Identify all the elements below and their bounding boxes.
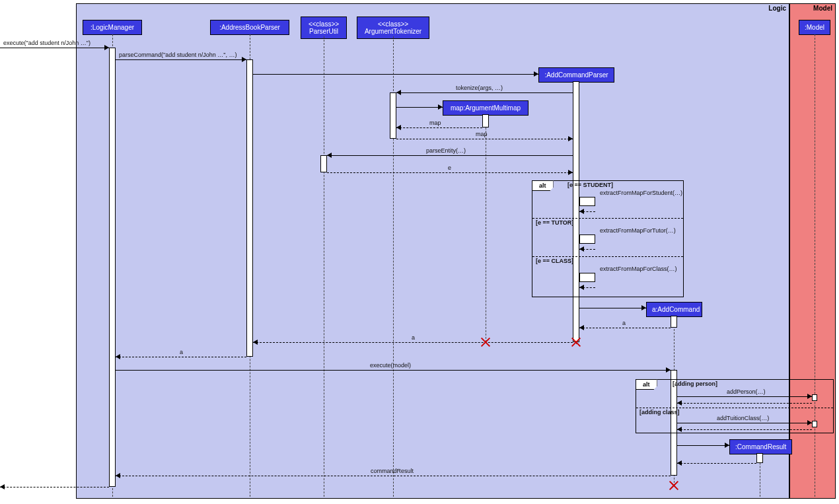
arrow-create-addcmd	[579, 308, 646, 308]
participant-arg-tokenizer: <<class>> ArgumentTokenizer	[357, 17, 429, 39]
arrowhead-execute-model	[666, 367, 671, 373]
activation-logic-manager	[109, 48, 116, 487]
arrowhead-a-1	[579, 325, 584, 330]
arrow-parse-entity	[327, 155, 573, 156]
arrowhead-map-1	[396, 125, 401, 130]
arrowhead-parse-entity	[327, 153, 332, 158]
participant-add-command: a:AddCommand	[646, 302, 702, 317]
msg-add-class: addTuitionClass(…)	[717, 415, 769, 421]
arrowhead-map-2	[568, 136, 573, 141]
arrow-a-2	[253, 342, 573, 343]
msg-cmd-result: commandResult	[371, 468, 414, 474]
arrowhead-add-person	[807, 394, 812, 399]
msg-extract-class: extractFromMapForClass(…)	[600, 266, 677, 272]
msg-parse-command: parseCommand("add student n/John …", …)	[119, 52, 237, 58]
arrowhead-parse-command	[242, 57, 246, 62]
arrowhead-create-cr	[725, 443, 729, 448]
lifeline-parser-util	[324, 36, 324, 497]
arrowhead-tokenize	[396, 90, 401, 95]
arrow-add-class	[677, 423, 812, 423]
arrow-parse-command	[116, 59, 246, 60]
arrow-create-cr	[677, 445, 729, 446]
arrow-a-3	[116, 357, 246, 357]
alt-frame-1: alt	[532, 180, 684, 297]
msg-execute-model: execute(model)	[370, 362, 411, 369]
msg-add-person: addPerson(…)	[727, 388, 766, 395]
arrow-a-1	[579, 328, 671, 328]
msg-execute: execute("add student n/John …")	[3, 40, 91, 46]
msg-a-2: a	[412, 334, 415, 341]
arrow-tokenize	[396, 92, 573, 93]
arrow-add-person	[677, 396, 812, 397]
msg-a-1: a	[622, 320, 626, 326]
arrowhead-a-2	[253, 340, 258, 345]
participant-parser-util: <<class>> ParserUtil	[301, 17, 347, 39]
arrow-ext-class	[579, 273, 595, 273]
participant-arg-multimap: map:ArgumentMultimap	[443, 100, 529, 116]
arrowhead-cr-return	[677, 460, 682, 466]
arrow-ext-student	[579, 197, 595, 198]
arrowhead-ext-tutor-r	[579, 246, 584, 252]
msg-extract-tutor: extractFromMapForTutor(…)	[600, 227, 676, 234]
arrow-execute	[0, 48, 109, 48]
alt-frame-2: alt	[636, 379, 834, 433]
arrow-execute-model	[116, 370, 671, 371]
guard-class-2: [adding class]	[639, 409, 680, 415]
model-region-label: Model	[813, 5, 832, 12]
alt-tag-2: alt	[636, 379, 657, 390]
arrow-final-return	[0, 487, 109, 487]
arrow-create-multimap	[396, 107, 443, 108]
destroy-addcmd	[669, 481, 678, 490]
arrowhead-execute	[104, 45, 109, 50]
msg-map-1: map	[429, 120, 441, 126]
participant-add-cmd-parser: :AddCommandParser	[538, 67, 614, 83]
logic-region-label: Logic	[768, 5, 786, 12]
activation-cmd-result	[756, 453, 763, 463]
arrowhead-final-return	[0, 484, 5, 489]
msg-entity-return: e	[448, 164, 451, 171]
guard-student: [e == STUDENT]	[567, 182, 613, 188]
arrowhead-add-class-r	[677, 427, 682, 432]
arrowhead-add-class	[807, 420, 812, 425]
msg-parse-entity: parseEntity(…)	[426, 147, 466, 154]
activation-addr-parser	[246, 59, 253, 357]
arrowhead-create-acp	[534, 71, 538, 77]
arrowhead-cmd-result	[116, 473, 120, 478]
activation-arg-multimap	[482, 114, 489, 127]
arrowhead-ext-student-r	[579, 209, 584, 214]
arrowhead-add-person-r	[677, 400, 682, 406]
arrow-map-2	[396, 139, 573, 139]
alt-sep-1	[532, 218, 683, 219]
arrow-cr-return	[677, 463, 756, 464]
arrow-entity-return	[327, 172, 573, 173]
arrow-add-person-r	[677, 403, 812, 404]
activation-parser-util	[320, 155, 327, 172]
arrow-ext-tutor	[579, 234, 595, 235]
destroy-multimap	[481, 338, 490, 347]
arrowhead-ext-class-r	[579, 285, 584, 290]
arrowhead-a-3	[116, 354, 120, 359]
activation-add-command-1	[671, 316, 677, 328]
arrow-cmd-result	[116, 476, 671, 476]
arrowhead-create-addcmd	[641, 305, 646, 310]
msg-a-3: a	[180, 349, 183, 355]
alt-sep-3	[636, 408, 833, 408]
participant-logic-manager: :LogicManager	[83, 20, 142, 35]
lifeline-arg-multimap	[486, 114, 486, 342]
activation-arg-tokenizer	[390, 92, 396, 139]
msg-extract-student: extractFromMapForStudent(…)	[600, 190, 682, 196]
participant-model: :Model	[799, 20, 830, 35]
guard-tutor: [e == TUTOR]	[536, 219, 573, 226]
destroy-acp	[571, 338, 581, 347]
arrowhead-entity-return	[568, 170, 573, 175]
alt-sep-2	[532, 256, 683, 257]
msg-map-2: map	[476, 131, 488, 137]
guard-person: [adding person]	[673, 380, 717, 387]
arrow-add-class-r	[677, 429, 812, 430]
alt-tag-1: alt	[532, 180, 554, 191]
arrow-create-acp	[253, 74, 538, 75]
guard-class: [e == CLASS]	[536, 258, 573, 264]
msg-tokenize: tokenize(args, …)	[456, 85, 503, 91]
participant-addr-parser: :AddressBookParser	[210, 20, 289, 35]
participant-cmd-result: :CommandResult	[729, 439, 792, 454]
